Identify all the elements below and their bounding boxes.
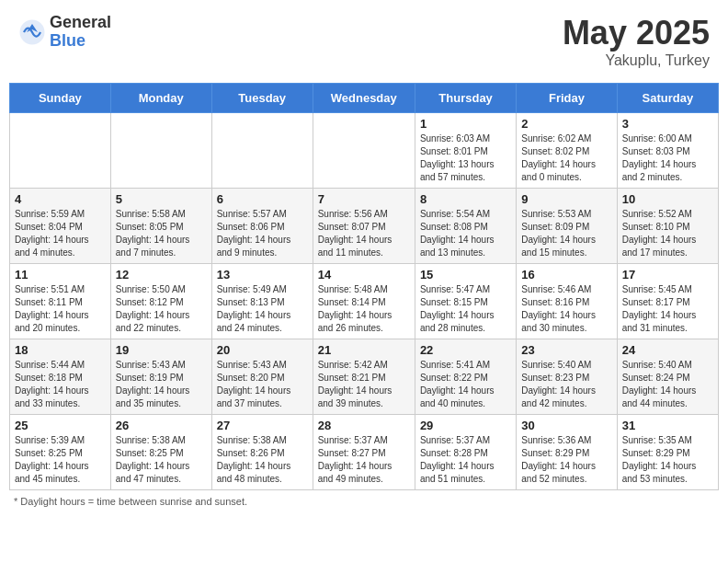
calendar-cell: 30Sunrise: 5:36 AMSunset: 8:29 PMDayligh…: [517, 415, 617, 490]
day-number: 5: [116, 192, 207, 206]
day-number: 20: [217, 343, 308, 357]
day-header-sunday: Sunday: [10, 84, 111, 113]
day-info: Sunrise: 5:39 AMSunset: 8:25 PMDaylight:…: [15, 434, 106, 486]
day-info: Sunrise: 5:37 AMSunset: 8:28 PMDaylight:…: [420, 434, 511, 486]
day-header-tuesday: Tuesday: [211, 84, 313, 113]
calendar-cell: 19Sunrise: 5:43 AMSunset: 8:19 PMDayligh…: [110, 339, 211, 415]
calendar-cell: 25Sunrise: 5:39 AMSunset: 8:25 PMDayligh…: [10, 415, 111, 490]
logo-blue: Blue: [50, 32, 111, 51]
day-info: Sunrise: 6:02 AMSunset: 8:02 PMDaylight:…: [521, 132, 611, 184]
calendar-cell: 31Sunrise: 5:35 AMSunset: 8:29 PMDayligh…: [617, 415, 718, 490]
logo-general: General: [50, 14, 111, 32]
day-info: Sunrise: 5:35 AMSunset: 8:29 PMDaylight:…: [622, 434, 713, 486]
calendar-cell: 2Sunrise: 6:02 AMSunset: 8:02 PMDaylight…: [517, 113, 617, 189]
calendar-cell: 26Sunrise: 5:38 AMSunset: 8:25 PMDayligh…: [110, 415, 211, 490]
day-info: Sunrise: 6:03 AMSunset: 8:01 PMDaylight:…: [420, 132, 511, 184]
calendar-cell: 8Sunrise: 5:54 AMSunset: 8:08 PMDaylight…: [415, 189, 516, 264]
day-info: Sunrise: 5:59 AMSunset: 8:04 PMDaylight:…: [15, 208, 106, 259]
logo-text: General Blue: [50, 14, 111, 51]
day-number: 11: [15, 268, 106, 282]
calendar-week-1: 1Sunrise: 6:03 AMSunset: 8:01 PMDaylight…: [10, 113, 719, 189]
calendar-cell: 3Sunrise: 6:00 AMSunset: 8:03 PMDaylight…: [617, 113, 718, 189]
day-number: 8: [420, 192, 511, 206]
calendar-cell: 10Sunrise: 5:52 AMSunset: 8:10 PMDayligh…: [617, 189, 718, 264]
day-info: Sunrise: 5:47 AMSunset: 8:15 PMDaylight:…: [420, 283, 511, 335]
day-number: 1: [420, 117, 511, 131]
calendar-title: May 2025: [563, 14, 710, 52]
day-info: Sunrise: 5:40 AMSunset: 8:24 PMDaylight:…: [622, 359, 713, 410]
day-info: Sunrise: 5:38 AMSunset: 8:25 PMDaylight:…: [116, 434, 207, 486]
day-number: 13: [217, 268, 308, 282]
day-info: Sunrise: 5:56 AMSunset: 8:07 PMDaylight:…: [318, 208, 410, 259]
day-header-wednesday: Wednesday: [313, 84, 415, 113]
day-number: 16: [521, 268, 611, 282]
day-number: 21: [318, 343, 410, 357]
logo-icon: [18, 18, 46, 46]
day-number: 18: [15, 343, 106, 357]
day-number: 12: [116, 268, 207, 282]
calendar-header-row: SundayMondayTuesdayWednesdayThursdayFrid…: [10, 84, 719, 113]
day-info: Sunrise: 5:44 AMSunset: 8:18 PMDaylight:…: [15, 359, 106, 410]
day-info: Sunrise: 5:43 AMSunset: 8:20 PMDaylight:…: [217, 359, 308, 410]
calendar-week-2: 4Sunrise: 5:59 AMSunset: 8:04 PMDaylight…: [10, 189, 719, 264]
day-number: 17: [622, 268, 713, 282]
footer-note: * Daylight hours = time between sunrise …: [9, 496, 719, 507]
day-number: 7: [318, 192, 410, 206]
day-number: 25: [15, 419, 106, 432]
day-number: 2: [521, 117, 611, 131]
calendar-cell: 4Sunrise: 5:59 AMSunset: 8:04 PMDaylight…: [10, 189, 111, 264]
day-header-thursday: Thursday: [415, 84, 516, 113]
day-number: 22: [420, 343, 511, 357]
logo: General Blue: [18, 14, 111, 51]
calendar-cell: 24Sunrise: 5:40 AMSunset: 8:24 PMDayligh…: [617, 339, 718, 415]
day-info: Sunrise: 5:57 AMSunset: 8:06 PMDaylight:…: [217, 208, 308, 259]
day-number: 9: [521, 192, 611, 206]
calendar-cell: [110, 113, 211, 189]
calendar-week-4: 18Sunrise: 5:44 AMSunset: 8:18 PMDayligh…: [10, 339, 719, 415]
day-number: 19: [116, 343, 207, 357]
calendar-cell: 9Sunrise: 5:53 AMSunset: 8:09 PMDaylight…: [517, 189, 617, 264]
calendar-location: Yakuplu, Turkey: [563, 52, 710, 69]
day-info: Sunrise: 5:51 AMSunset: 8:11 PMDaylight:…: [15, 283, 106, 335]
day-number: 15: [420, 268, 511, 282]
calendar-cell: 29Sunrise: 5:37 AMSunset: 8:28 PMDayligh…: [415, 415, 516, 490]
calendar-cell: 11Sunrise: 5:51 AMSunset: 8:11 PMDayligh…: [10, 264, 111, 339]
calendar-cell: [10, 113, 111, 189]
calendar-table: SundayMondayTuesdayWednesdayThursdayFrid…: [9, 83, 719, 490]
calendar-cell: 14Sunrise: 5:48 AMSunset: 8:14 PMDayligh…: [313, 264, 415, 339]
day-header-monday: Monday: [110, 84, 211, 113]
day-number: 31: [622, 419, 713, 432]
day-number: 30: [521, 419, 611, 432]
day-info: Sunrise: 5:41 AMSunset: 8:22 PMDaylight:…: [420, 359, 511, 410]
calendar-cell: 12Sunrise: 5:50 AMSunset: 8:12 PMDayligh…: [110, 264, 211, 339]
day-info: Sunrise: 5:52 AMSunset: 8:10 PMDaylight:…: [622, 208, 713, 259]
calendar-cell: 23Sunrise: 5:40 AMSunset: 8:23 PMDayligh…: [517, 339, 617, 415]
calendar-cell: 21Sunrise: 5:42 AMSunset: 8:21 PMDayligh…: [313, 339, 415, 415]
title-area: May 2025 Yakuplu, Turkey: [563, 14, 710, 69]
day-info: Sunrise: 5:48 AMSunset: 8:14 PMDaylight:…: [318, 283, 410, 335]
calendar-cell: 5Sunrise: 5:58 AMSunset: 8:05 PMDaylight…: [110, 189, 211, 264]
day-info: Sunrise: 5:40 AMSunset: 8:23 PMDaylight:…: [521, 359, 611, 410]
calendar-cell: 17Sunrise: 5:45 AMSunset: 8:17 PMDayligh…: [617, 264, 718, 339]
calendar-cell: 1Sunrise: 6:03 AMSunset: 8:01 PMDaylight…: [415, 113, 516, 189]
calendar-cell: [211, 113, 313, 189]
day-info: Sunrise: 5:36 AMSunset: 8:29 PMDaylight:…: [521, 434, 611, 486]
day-number: 6: [217, 192, 308, 206]
calendar-cell: 28Sunrise: 5:37 AMSunset: 8:27 PMDayligh…: [313, 415, 415, 490]
calendar-cell: 7Sunrise: 5:56 AMSunset: 8:07 PMDaylight…: [313, 189, 415, 264]
day-info: Sunrise: 5:46 AMSunset: 8:16 PMDaylight:…: [521, 283, 611, 335]
calendar-cell: 18Sunrise: 5:44 AMSunset: 8:18 PMDayligh…: [10, 339, 111, 415]
calendar-week-5: 25Sunrise: 5:39 AMSunset: 8:25 PMDayligh…: [10, 415, 719, 490]
day-number: 26: [116, 419, 207, 432]
day-info: Sunrise: 5:53 AMSunset: 8:09 PMDaylight:…: [521, 208, 611, 259]
day-info: Sunrise: 5:43 AMSunset: 8:19 PMDaylight:…: [116, 359, 207, 410]
day-info: Sunrise: 5:37 AMSunset: 8:27 PMDaylight:…: [318, 434, 410, 486]
calendar-cell: 13Sunrise: 5:49 AMSunset: 8:13 PMDayligh…: [211, 264, 313, 339]
day-header-saturday: Saturday: [617, 84, 718, 113]
calendar-cell: 15Sunrise: 5:47 AMSunset: 8:15 PMDayligh…: [415, 264, 516, 339]
day-number: 23: [521, 343, 611, 357]
day-info: Sunrise: 5:49 AMSunset: 8:13 PMDaylight:…: [217, 283, 308, 335]
day-header-friday: Friday: [517, 84, 617, 113]
calendar-cell: 27Sunrise: 5:38 AMSunset: 8:26 PMDayligh…: [211, 415, 313, 490]
calendar-cell: 20Sunrise: 5:43 AMSunset: 8:20 PMDayligh…: [211, 339, 313, 415]
